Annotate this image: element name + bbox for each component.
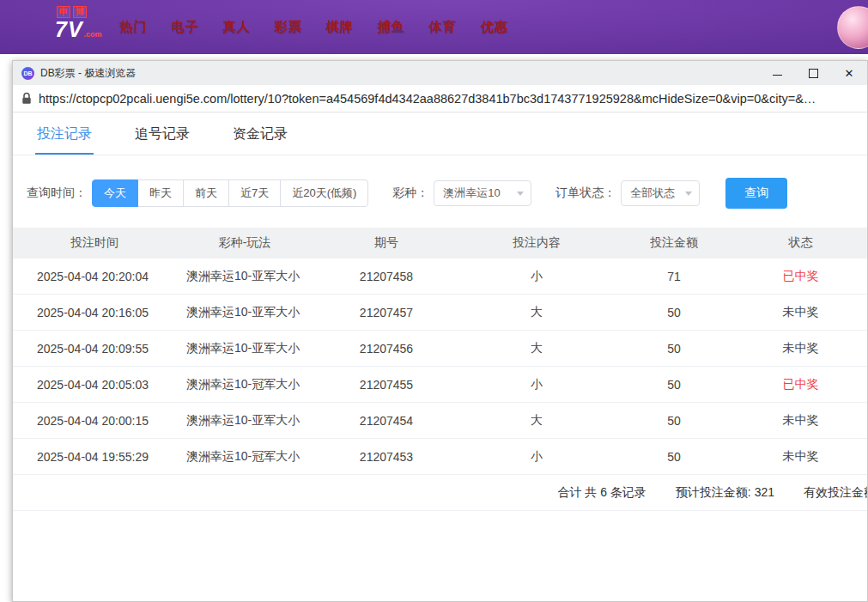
column-header-3: 期号 bbox=[313, 235, 459, 251]
nav-item-4[interactable]: 彩票 bbox=[263, 19, 314, 35]
nav-item-6[interactable]: 捕鱼 bbox=[366, 19, 417, 35]
minimize-button[interactable] bbox=[759, 61, 795, 85]
time-filter-option-4[interactable]: 近7天 bbox=[228, 179, 281, 207]
cell-issue-number: 21207453 bbox=[313, 450, 459, 464]
cell-bet-content: 大 bbox=[459, 305, 614, 320]
cell-issue-number: 21207456 bbox=[313, 342, 459, 356]
search-button[interactable]: 查询 bbox=[725, 178, 787, 209]
nav-item-8[interactable]: 优惠 bbox=[469, 19, 520, 35]
logo-char-2: 博 bbox=[73, 6, 87, 18]
time-filter-option-3[interactable]: 前天 bbox=[183, 179, 229, 207]
site-header: 申 博 7V .com 热门电子真人彩票棋牌捕鱼体育优惠 bbox=[0, 0, 868, 54]
cell-game-type: 澳洲幸运10-亚军大小 bbox=[176, 413, 313, 429]
cell-bet-amount: 50 bbox=[614, 414, 734, 428]
column-header-1: 投注时间 bbox=[13, 235, 176, 251]
cell-bet-amount: 71 bbox=[614, 270, 734, 283]
nav-item-1[interactable]: 热门 bbox=[108, 19, 160, 35]
logo-char-1: 申 bbox=[57, 6, 70, 18]
summary-count: 合计 共 6 条记录 bbox=[557, 485, 646, 501]
time-filter-group: 今天昨天前天近7天近20天(低频) bbox=[92, 179, 368, 207]
column-header-2: 彩种-玩法 bbox=[176, 235, 313, 251]
logo-suffix-text: .com bbox=[84, 28, 102, 40]
maximize-button[interactable] bbox=[795, 61, 831, 85]
tab-bet-records[interactable]: 投注记录 bbox=[35, 112, 94, 155]
column-header-5: 投注金额 bbox=[614, 235, 734, 251]
cell-status: 已中奖 bbox=[734, 269, 867, 284]
tab-fund-records[interactable]: 资金记录 bbox=[231, 112, 289, 155]
time-filter-label: 查询时间： bbox=[27, 185, 87, 201]
table-row: 2025-04-04 20:16:05澳洲幸运10-亚军大小21207457大5… bbox=[13, 295, 867, 331]
browser-window: DB DB彩票 - 极速浏览器 ✕ https://ctopcp02pcali.… bbox=[12, 60, 868, 602]
site-logo[interactable]: 申 博 7V .com bbox=[55, 6, 103, 40]
lottery-select[interactable]: 澳洲幸运10 bbox=[434, 180, 531, 206]
chevron-down-icon bbox=[685, 192, 692, 196]
nav-item-2[interactable]: 电子 bbox=[160, 19, 211, 35]
cell-game-type: 澳洲幸运10-冠军大小 bbox=[176, 377, 313, 392]
time-filter-option-2[interactable]: 昨天 bbox=[137, 179, 184, 207]
cell-bet-time: 2025-04-04 20:00:15 bbox=[13, 414, 176, 428]
order-status-select[interactable]: 全部状态 bbox=[621, 180, 700, 206]
cell-issue-number: 21207455 bbox=[313, 378, 459, 392]
logo-main-text: 7V bbox=[55, 18, 83, 40]
status-select-value: 全部状态 bbox=[630, 185, 675, 201]
column-header-6: 状态 bbox=[734, 235, 867, 251]
logo-bottom-row: 7V .com bbox=[55, 18, 103, 40]
cell-status: 已中奖 bbox=[734, 377, 867, 392]
logo-top-row: 申 博 bbox=[57, 6, 103, 18]
column-header-4: 投注内容 bbox=[459, 235, 614, 251]
lock-icon bbox=[21, 92, 32, 105]
table-body: 2025-04-04 20:20:04澳洲幸运10-亚军大小21207458小7… bbox=[13, 258, 867, 475]
nav-item-5[interactable]: 棋牌 bbox=[314, 19, 366, 35]
cell-bet-amount: 50 bbox=[614, 450, 734, 464]
lottery-filter-label: 彩种： bbox=[392, 185, 428, 201]
site-nav: 热门电子真人彩票棋牌捕鱼体育优惠 bbox=[108, 0, 520, 54]
cell-status: 未中奖 bbox=[734, 305, 867, 320]
cell-bet-time: 2025-04-04 19:55:29 bbox=[13, 450, 176, 464]
cell-bet-content: 小 bbox=[459, 449, 614, 465]
minimize-icon bbox=[773, 75, 782, 76]
window-title: DB彩票 - 极速浏览器 bbox=[40, 66, 136, 81]
table-row: 2025-04-04 20:00:15澳洲幸运10-亚军大小21207454大5… bbox=[13, 403, 867, 439]
chevron-down-icon bbox=[517, 192, 524, 196]
cell-game-type: 澳洲幸运10-亚军大小 bbox=[176, 305, 313, 320]
status-filter-label: 订单状态： bbox=[555, 185, 616, 201]
time-filter-option-5[interactable]: 近20天(低频) bbox=[280, 179, 368, 207]
url-text: https://ctopcp02pcali.uengi5e.com/lotter… bbox=[39, 92, 816, 106]
maximize-icon bbox=[809, 69, 818, 78]
nav-item-7[interactable]: 体育 bbox=[417, 19, 469, 35]
bet-records-table: 投注时间彩种-玩法期号投注内容投注金额状态 2025-04-04 20:20:0… bbox=[13, 228, 867, 511]
window-titlebar: DB DB彩票 - 极速浏览器 ✕ bbox=[13, 61, 867, 85]
url-bar[interactable]: https://ctopcp02pcali.uengi5e.com/lotter… bbox=[13, 85, 867, 112]
table-row: 2025-04-04 19:55:29澳洲幸运10-冠军大小21207453小5… bbox=[13, 439, 867, 475]
cell-status: 未中奖 bbox=[734, 449, 867, 465]
cell-bet-time: 2025-04-04 20:05:03 bbox=[13, 378, 176, 392]
cell-status: 未中奖 bbox=[734, 413, 867, 429]
time-filter-option-1[interactable]: 今天 bbox=[92, 179, 138, 207]
cell-bet-amount: 50 bbox=[614, 306, 734, 319]
tab-chase-records[interactable]: 追号记录 bbox=[133, 112, 191, 155]
lottery-select-value: 澳洲幸运10 bbox=[443, 185, 500, 201]
close-icon: ✕ bbox=[845, 68, 854, 79]
table-row: 2025-04-04 20:09:55澳洲幸运10-亚军大小21207456大5… bbox=[13, 331, 867, 367]
table-header-row: 投注时间彩种-玩法期号投注内容投注金额状态 bbox=[13, 228, 867, 258]
close-button[interactable]: ✕ bbox=[831, 61, 867, 85]
table-row: 2025-04-04 20:05:03澳洲幸运10-冠军大小21207455小5… bbox=[13, 367, 867, 403]
cell-bet-content: 大 bbox=[459, 413, 614, 429]
cell-status: 未中奖 bbox=[734, 341, 867, 356]
summary-expected-amount: 预计投注金额: 321 bbox=[676, 485, 774, 501]
table-row: 2025-04-04 20:20:04澳洲幸运10-亚军大小21207458小7… bbox=[13, 258, 867, 295]
cell-game-type: 澳洲幸运10-亚军大小 bbox=[176, 341, 313, 356]
cell-bet-amount: 50 bbox=[614, 342, 734, 356]
filter-bar: 查询时间： 今天昨天前天近7天近20天(低频) 彩种： 澳洲幸运10 订单状态：… bbox=[27, 178, 867, 209]
cell-bet-time: 2025-04-04 20:16:05 bbox=[13, 306, 176, 319]
cell-bet-time: 2025-04-04 20:09:55 bbox=[13, 342, 176, 356]
summary-valid-amount: 有效投注金额 bbox=[804, 485, 868, 501]
cell-issue-number: 21207457 bbox=[313, 306, 459, 319]
cell-issue-number: 21207454 bbox=[313, 414, 459, 428]
cell-bet-time: 2025-04-04 20:20:04 bbox=[13, 270, 176, 283]
user-avatar[interactable] bbox=[837, 6, 868, 49]
cell-game-type: 澳洲幸运10-冠军大小 bbox=[176, 449, 313, 465]
record-tabs: 投注记录 追号记录 资金记录 bbox=[13, 112, 867, 155]
cell-bet-content: 小 bbox=[459, 269, 614, 284]
nav-item-3[interactable]: 真人 bbox=[211, 19, 263, 35]
